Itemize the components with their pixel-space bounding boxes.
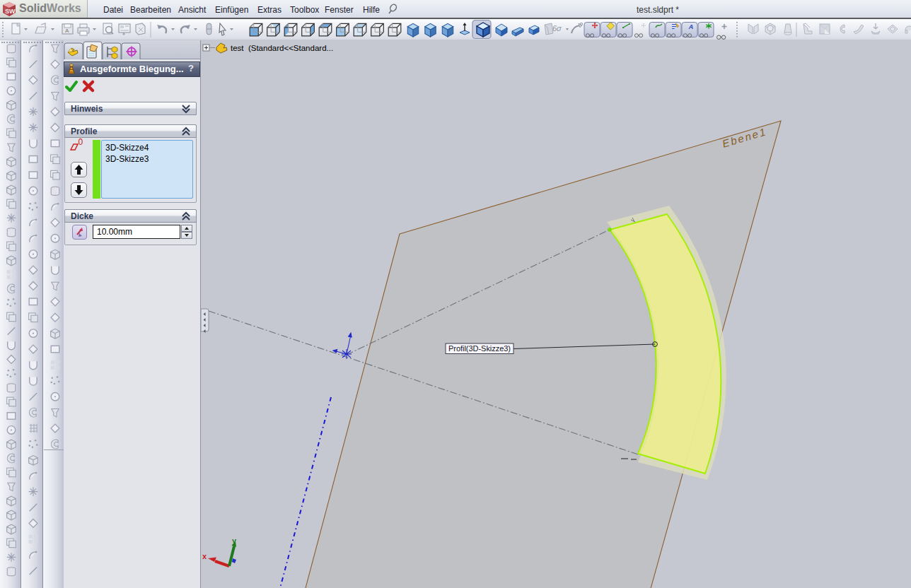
svg-text:6σ: 6σ xyxy=(552,24,562,33)
svg-text:x: x xyxy=(202,552,207,560)
svg-text:Profil(3D-Skizze3): Profil(3D-Skizze3) xyxy=(448,344,511,353)
svg-text:A: A xyxy=(688,23,694,30)
svg-text:0: 0 xyxy=(79,138,83,147)
svg-text:test (Standard<<Standard...: test (Standard<<Standard... xyxy=(231,44,333,52)
svg-text:A: A xyxy=(65,28,69,34)
svg-text:SW: SW xyxy=(5,8,16,15)
svg-text:y: y xyxy=(232,536,237,545)
